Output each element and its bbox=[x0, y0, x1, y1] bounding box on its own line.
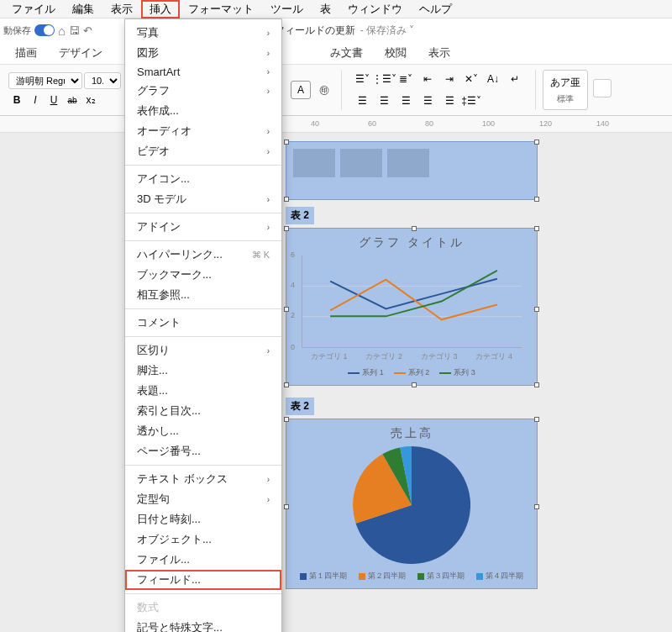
font-size-select[interactable]: 10.5 bbox=[84, 72, 121, 89]
document-area[interactable]: 表 2 グラフ タイトル 0 2 4 6 カ bbox=[0, 133, 672, 632]
chevron-right-icon: › bbox=[267, 67, 270, 76]
save-icon[interactable]: 🖫 bbox=[69, 24, 80, 37]
menu-item-グラフ[interactable]: グラフ› bbox=[125, 81, 281, 101]
line-chart-title: グラフ タイトル bbox=[293, 235, 530, 250]
enclose-char-button[interactable]: ㊞ bbox=[314, 81, 334, 99]
menu-item-smartart[interactable]: SmartArt› bbox=[125, 63, 281, 81]
tab-draw[interactable]: 描画 bbox=[7, 44, 45, 62]
undo-icon[interactable]: ↶ bbox=[83, 24, 92, 37]
strike-button[interactable]: ab bbox=[64, 92, 81, 108]
menu-item-オブジェクト[interactable]: オブジェクト... bbox=[125, 529, 281, 550]
chevron-right-icon: › bbox=[267, 475, 270, 484]
menu-item-3dモデル[interactable]: 3D モデル› bbox=[125, 189, 281, 209]
menu-item-脚注[interactable]: 脚注... bbox=[125, 361, 281, 381]
outdent-button[interactable]: ⇤ bbox=[417, 70, 438, 88]
line-chart-legend: 系列 1 系列 2 系列 3 bbox=[293, 367, 530, 378]
menu-item-図形[interactable]: 図形› bbox=[125, 43, 281, 63]
menu-tool[interactable]: ツール bbox=[262, 0, 312, 18]
menu-item-テキストボックス[interactable]: テキスト ボックス› bbox=[125, 469, 281, 489]
chevron-right-icon: › bbox=[267, 147, 270, 156]
menu-item-フィールド[interactable]: フィールド... bbox=[125, 570, 281, 590]
chevron-right-icon: › bbox=[267, 195, 270, 204]
pie-chart-object[interactable]: 売上高 第１四半期 第２四半期 第３四半期 第４四半期 bbox=[286, 419, 538, 589]
home-icon[interactable]: ⌂ bbox=[58, 24, 66, 38]
ribbon-tabs: 描画 デザイン レ み文書 校閲 表示 bbox=[0, 42, 672, 64]
multilevel-button[interactable]: ≣˅ bbox=[396, 70, 416, 88]
autosave-toggle[interactable] bbox=[34, 24, 55, 36]
pie-chart-title: 売上高 bbox=[293, 426, 530, 441]
char-border-button[interactable]: A bbox=[291, 81, 311, 99]
sort-button[interactable]: A↓ bbox=[483, 70, 503, 88]
doc-status: - 保存済み ˅ bbox=[360, 24, 415, 38]
align-justify-button[interactable]: ☰ bbox=[417, 92, 438, 110]
bold-button[interactable]: B bbox=[8, 92, 25, 108]
tab-view2[interactable]: 表示 bbox=[420, 44, 459, 62]
insert-dropdown-menu: 写真›図形›SmartArt›グラフ›表作成...オーディオ›ビデオ›アイコン.… bbox=[124, 18, 282, 632]
ruler-tick: 40 bbox=[311, 119, 319, 128]
menu-item-ページ番号[interactable]: ページ番号... bbox=[125, 441, 281, 461]
menu-item-ビデオ[interactable]: ビデオ› bbox=[125, 141, 281, 161]
line-chart-object[interactable]: グラフ タイトル 0 2 4 6 カテゴリ 1 カテゴリ 2 カテゴリ 3 カテ… bbox=[286, 228, 538, 386]
ruler-tick: 100 bbox=[482, 119, 495, 128]
menu-item-区切り[interactable]: 区切り› bbox=[125, 340, 281, 361]
align-right-button[interactable]: ☰ bbox=[396, 92, 416, 110]
tab-references[interactable]: み文書 bbox=[322, 44, 371, 62]
chevron-right-icon: › bbox=[267, 223, 270, 232]
chevron-right-icon: › bbox=[267, 127, 270, 136]
menu-file[interactable]: ファイル bbox=[3, 0, 64, 18]
titlebar: 動保存 ⌂ 🖫 ↶ W フィールドの更新 - 保存済み ˅ bbox=[0, 18, 672, 42]
menu-item-記号と特殊文字[interactable]: 記号と特殊文字... bbox=[125, 618, 281, 632]
align-center-button[interactable]: ☰ bbox=[374, 92, 394, 110]
bullets-button[interactable]: ☰˅ bbox=[352, 70, 372, 88]
menu-item-透かし[interactable]: 透かし... bbox=[125, 421, 281, 441]
distribute-button[interactable]: ☰ bbox=[439, 92, 459, 110]
menu-table[interactable]: 表 bbox=[312, 0, 339, 18]
menu-insert[interactable]: 挿入 bbox=[141, 0, 180, 18]
chevron-right-icon: › bbox=[267, 495, 270, 504]
menu-view[interactable]: 表示 bbox=[102, 0, 141, 18]
menu-item-索引と目次[interactable]: 索引と目次... bbox=[125, 401, 281, 421]
ruler-tick: 140 bbox=[596, 119, 609, 128]
autosave-label: 動保存 bbox=[3, 24, 31, 37]
indent-button[interactable]: ⇥ bbox=[439, 70, 459, 88]
shortcut-label: ⌘ K bbox=[252, 250, 270, 261]
menu-help[interactable]: ヘルプ bbox=[411, 0, 460, 18]
menu-item-写真[interactable]: 写真› bbox=[125, 23, 281, 43]
menu-item-表作成[interactable]: 表作成... bbox=[125, 101, 281, 121]
line-chart-plot: 0 2 4 6 bbox=[302, 255, 522, 348]
menu-item-ファイル[interactable]: ファイル... bbox=[125, 550, 281, 570]
menu-item-ブックマーク[interactable]: ブックマーク... bbox=[125, 265, 281, 285]
font-select[interactable]: 游明朝 Regu... bbox=[8, 72, 82, 89]
style-normal[interactable]: あア亜 標準 bbox=[543, 70, 588, 110]
ruler[interactable]: 40 60 80 100 120 140 bbox=[0, 116, 672, 133]
pie-chart-plot bbox=[353, 446, 470, 564]
menu-item-定型句[interactable]: 定型句› bbox=[125, 489, 281, 509]
menu-item-コメント[interactable]: コメント bbox=[125, 313, 281, 333]
chevron-right-icon: › bbox=[267, 49, 270, 58]
menu-item-アイコン[interactable]: アイコン... bbox=[125, 169, 281, 189]
menu-format[interactable]: フォーマット bbox=[180, 0, 262, 18]
asian-layout-button[interactable]: ✕˅ bbox=[461, 70, 481, 88]
show-marks-button[interactable]: ↵ bbox=[505, 70, 525, 88]
tab-review[interactable]: 校閲 bbox=[376, 44, 415, 62]
menu-window[interactable]: ウィンドウ bbox=[339, 0, 411, 18]
style-pane-button[interactable] bbox=[593, 79, 612, 97]
selected-object-1[interactable] bbox=[286, 141, 538, 200]
menu-item-オーディオ[interactable]: オーディオ› bbox=[125, 121, 281, 141]
subscript-button[interactable]: x₂ bbox=[82, 92, 99, 108]
menu-item-アドイン[interactable]: アドイン› bbox=[125, 217, 281, 237]
menu-item-表題[interactable]: 表題... bbox=[125, 381, 281, 401]
italic-button[interactable]: I bbox=[27, 92, 44, 108]
menu-item-相互参照[interactable]: 相互参照... bbox=[125, 285, 281, 305]
menu-item-ハイパーリンク[interactable]: ハイパーリンク...⌘ K bbox=[125, 245, 281, 265]
menu-item-日付と時刻[interactable]: 日付と時刻... bbox=[125, 509, 281, 529]
numbering-button[interactable]: ⋮☰˅ bbox=[374, 70, 394, 88]
underline-button[interactable]: U bbox=[45, 92, 62, 108]
ruler-tick: 120 bbox=[539, 119, 552, 128]
menu-item-数式: 数式 bbox=[125, 598, 281, 618]
caption-1: 表 2 bbox=[286, 207, 314, 224]
align-left-button[interactable]: ☰ bbox=[352, 92, 372, 110]
tab-design[interactable]: デザイン bbox=[50, 44, 111, 62]
line-spacing-button[interactable]: ‡☰˅ bbox=[461, 92, 481, 110]
menu-edit[interactable]: 編集 bbox=[64, 0, 102, 18]
